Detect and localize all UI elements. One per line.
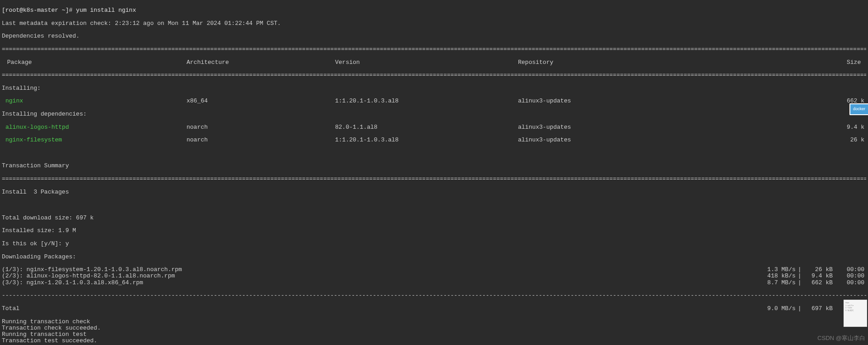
- divider-eq: ========================================…: [2, 176, 866, 182]
- terminal-output[interactable]: [root@k8s-master ~]# yum install nginx L…: [0, 0, 868, 345]
- thumbnail-preview[interactable]: Start1. sql | Co2. 'Code3. '精'模式: [844, 300, 867, 327]
- confirm-prompt-line: Is this ok [y/N]: y: [2, 241, 866, 247]
- pkg-ver: 1:1.20.1-1.0.3.al8: [335, 98, 518, 104]
- pipe-icon: |: [796, 306, 804, 312]
- download-list: (1/3): nginx-filesystem-1.20.1-1.0.3.al8…: [2, 267, 866, 286]
- download-name: (1/3): nginx-filesystem-1.20.1-1.0.3.al8…: [2, 267, 750, 273]
- table-header: Package Architecture Version Repository …: [2, 59, 866, 66]
- download-row: (2/3): alinux-logos-httpd-82.0-1.1.al8.n…: [2, 273, 866, 279]
- download-row: (3/3): nginx-1.20.1-1.0.3.al8.x86_64.rpm…: [2, 280, 866, 286]
- transaction-lines: Running transaction checkTransaction che…: [2, 319, 866, 345]
- pipe-icon: |: [796, 273, 804, 279]
- download-size: 662 kB: [804, 280, 833, 286]
- pipe-icon: |: [796, 267, 804, 273]
- transaction-summary-label: Transaction Summary: [2, 163, 866, 169]
- metadata-line: Last metadata expiration check: 2:23:12 …: [2, 20, 866, 27]
- th-package: Package: [2, 59, 187, 66]
- install-count-line: Install 3 Packages: [2, 189, 866, 195]
- watermark-text: CSDN @寒山李白: [817, 335, 865, 341]
- prompt-line: [root@k8s-master ~]# yum install nginx: [2, 7, 866, 14]
- download-row: (1/3): nginx-filesystem-1.20.1-1.0.3.al8…: [2, 267, 866, 273]
- transaction-line: Transaction test succeeded.: [2, 338, 866, 344]
- download-total-row: Total 9.0 MB/s | 697 kB 00:00: [2, 306, 866, 312]
- download-size: 26 kB: [804, 267, 833, 273]
- th-version: Version: [335, 59, 518, 66]
- divider-eq: ========================================…: [2, 72, 866, 78]
- installing-deps-label: Installing dependencies:: [2, 111, 866, 117]
- total-speed: 9.0 MB/s: [750, 306, 796, 312]
- pkg-name: nginx-filesystem: [2, 137, 187, 143]
- pkg-name: alinux-logos-httpd: [2, 124, 187, 131]
- pkg-ver: 82.0-1.1.al8: [335, 124, 518, 131]
- pkg-size: 26 k: [695, 137, 866, 143]
- installing-label: Installing:: [2, 85, 866, 92]
- table-row: nginx x86_64 1:1.20.1-1.0.3.al8 alinux3-…: [2, 98, 866, 104]
- divider-eq: ========================================…: [2, 46, 866, 53]
- download-name: (2/3): alinux-logos-httpd-82.0-1.1.al8.n…: [2, 273, 750, 279]
- th-repo: Repository: [518, 59, 695, 66]
- download-speed: 8.7 MB/s: [750, 280, 796, 286]
- pkg-arch: noarch: [187, 137, 335, 143]
- th-arch: Architecture: [187, 59, 335, 66]
- side-badge[interactable]: docker: [849, 103, 868, 115]
- pkg-repo: alinux3-updates: [518, 98, 695, 104]
- installed-size-line: Installed size: 1.9 M: [2, 228, 866, 234]
- download-time: 00:00: [833, 267, 866, 273]
- download-name: (3/3): nginx-1.20.1-1.0.3.al8.x86_64.rpm: [2, 280, 750, 286]
- blank-line: [2, 150, 866, 156]
- pkg-ver: 1:1.20.1-1.0.3.al8: [335, 137, 518, 143]
- transaction-line: Transaction check succeeded.: [2, 325, 866, 331]
- table-row: alinux-logos-httpd noarch 82.0-1.1.al8 a…: [2, 124, 866, 131]
- download-size: 9.4 kB: [804, 273, 833, 279]
- pkg-size: 662 k: [695, 98, 866, 104]
- blank-line: [2, 202, 866, 208]
- total-size: 697 kB: [804, 306, 833, 312]
- download-speed: 1.3 MB/s: [750, 267, 796, 273]
- download-time: 00:00: [833, 273, 866, 279]
- pkg-repo: alinux3-updates: [518, 124, 695, 131]
- pipe-icon: |: [796, 280, 804, 286]
- total-label: Total: [2, 306, 750, 312]
- table-row: nginx-filesystem noarch 1:1.20.1-1.0.3.a…: [2, 137, 866, 143]
- divider-dash: ----------------------------------------…: [2, 292, 866, 299]
- pkg-name: nginx: [2, 98, 187, 104]
- th-size: Size: [695, 59, 866, 66]
- total-download-line: Total download size: 697 k: [2, 215, 866, 221]
- pkg-repo: alinux3-updates: [518, 137, 695, 143]
- pkg-arch: x86_64: [187, 98, 335, 104]
- pkg-size: 9.4 k: [695, 124, 866, 131]
- download-time: 00:00: [833, 280, 866, 286]
- download-speed: 418 kB/s: [750, 273, 796, 279]
- deps-resolved-line: Dependencies resolved.: [2, 33, 866, 39]
- transaction-line: Running transaction test: [2, 331, 866, 338]
- pkg-arch: noarch: [187, 124, 335, 131]
- downloading-label: Downloading Packages:: [2, 254, 866, 260]
- transaction-line: Running transaction check: [2, 319, 866, 325]
